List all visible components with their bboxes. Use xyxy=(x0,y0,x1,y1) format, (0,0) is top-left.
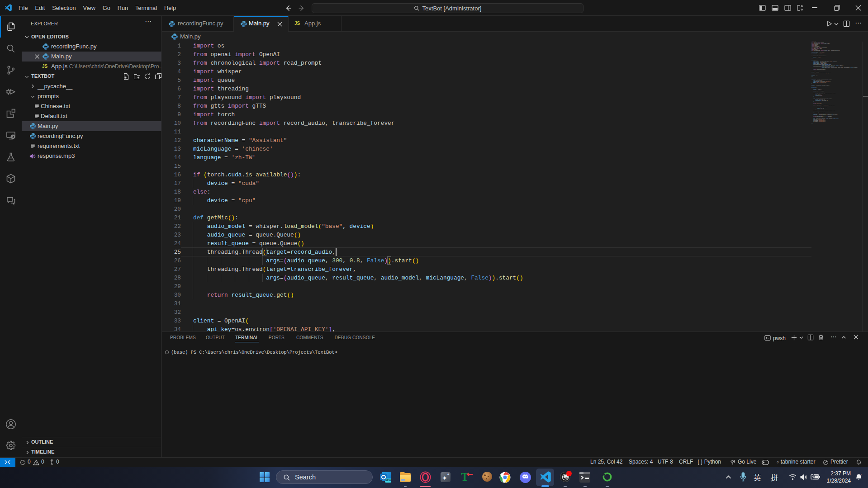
svg-text:z: z xyxy=(861,474,862,476)
